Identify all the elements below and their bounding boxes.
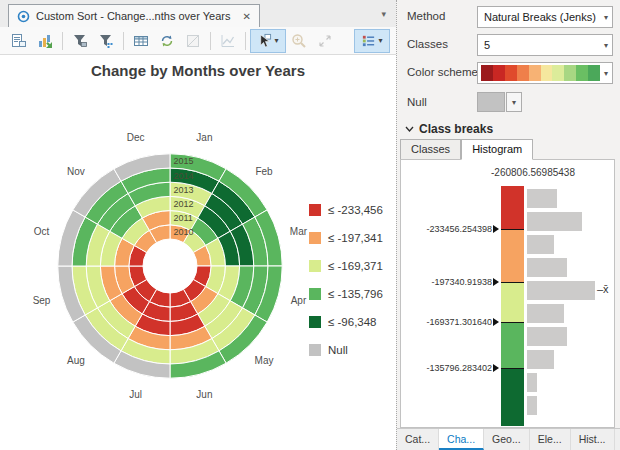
month-label: Apr [291, 295, 307, 306]
tab-classes[interactable]: Classes [400, 139, 461, 160]
histogram-bar [527, 350, 554, 369]
pointer-select-icon [257, 33, 272, 48]
chart-document-tab[interactable]: Custom Sort - Change...nths over Years ✕ [8, 4, 260, 27]
chart-toolbar: ▾ ▾ [0, 27, 396, 55]
year-ring-label: 2015 [174, 156, 194, 166]
break-arrow-icon[interactable] [493, 278, 499, 286]
collapse-chevron-icon [405, 126, 414, 132]
null-caret-icon[interactable]: ▾ [506, 92, 522, 112]
histogram-bar [527, 373, 537, 392]
toolbar-separator [210, 32, 211, 50]
histogram-bar [527, 396, 537, 415]
histogram-bar [527, 189, 557, 208]
class-breaks-tabs: Classes Histogram [400, 139, 533, 160]
year-ring-label: 2013 [174, 185, 194, 195]
class-breaks-header[interactable]: Class breaks [405, 122, 493, 136]
show-table-button[interactable] [128, 29, 154, 53]
break-value[interactable]: -135796.283402 [405, 362, 499, 374]
tab-histogram[interactable]: Histogram [461, 139, 533, 160]
tab-title: Custom Sort - Change...nths over Years [36, 10, 230, 22]
toolbar-separator [62, 32, 63, 50]
legend-swatch [309, 232, 321, 244]
year-ring-label: 2011 [174, 213, 193, 223]
toolbar-separator [123, 32, 124, 50]
month-label: May [255, 355, 274, 366]
legend-swatch [309, 204, 321, 216]
legend-row[interactable]: ≤ -96,348 [309, 308, 383, 336]
break-value[interactable]: -233456.254398 [405, 223, 499, 235]
histogram-bar [527, 281, 595, 300]
legend-label: ≤ -233,456 [328, 204, 383, 216]
color-ramp [481, 65, 600, 81]
legend-row[interactable]: Null [309, 336, 383, 364]
month-label: Dec [127, 132, 145, 143]
filter-by-extent-button[interactable] [93, 29, 119, 53]
table-icon [133, 33, 149, 49]
month-label: Mar [290, 226, 308, 237]
month-label: Aug [67, 355, 85, 366]
classes-select[interactable]: 5 ▾ [477, 34, 613, 56]
filter-selection-icon [72, 33, 88, 49]
year-ring-label: 2012 [174, 199, 194, 209]
bottom-tab-geo[interactable]: Geo... [484, 429, 530, 450]
classes-label: Classes [407, 38, 448, 50]
year-ring-label: 2010 [174, 227, 194, 237]
refresh-icon [159, 33, 175, 49]
legend-row[interactable]: ≤ -233,456 [309, 196, 383, 224]
chart-tab-target-icon [17, 10, 30, 23]
break-arrow-icon[interactable] [493, 364, 499, 372]
break-label: -233456.254398 [426, 224, 492, 234]
legend-row[interactable]: ≤ -135,796 [309, 280, 383, 308]
chart-properties-button[interactable] [6, 29, 32, 53]
tab-close-icon[interactable]: ✕ [242, 11, 250, 22]
export-chart-icon [37, 33, 53, 49]
app-window: Custom Sort - Change...nths over Years ✕… [0, 0, 620, 450]
legend-row[interactable]: ≤ -169,371 [309, 252, 383, 280]
legend-swatch [309, 344, 321, 356]
export-chart-button[interactable] [32, 29, 58, 53]
selection-mode-button[interactable]: ▾ [250, 29, 286, 53]
break-value[interactable]: -169371.301640 [405, 316, 499, 328]
legend-label: ≤ -135,796 [328, 288, 383, 300]
color-scheme-select[interactable]: ▾ [477, 62, 613, 84]
break-arrow-icon[interactable] [493, 225, 499, 233]
month-label: Jun [196, 389, 212, 400]
month-label: Jan [196, 132, 212, 143]
bottom-tab-sym[interactable]: Sym... [615, 429, 620, 450]
bottom-tab-cha[interactable]: Cha... [439, 429, 484, 450]
legend-toggle-button[interactable]: ▾ [354, 29, 390, 53]
null-label: Null [407, 96, 427, 108]
month-label: Jul [129, 389, 142, 400]
full-extent-button [312, 29, 338, 53]
month-label: Oct [34, 226, 50, 237]
legend-swatch [309, 260, 321, 272]
mean-marker: –x̄ [597, 283, 609, 295]
legend-row[interactable]: ≤ -197,341 [309, 224, 383, 252]
method-select[interactable]: Natural Breaks (Jenks) ▾ [477, 6, 613, 28]
bottom-tab-hist[interactable]: Hist... [571, 429, 615, 450]
filter-by-selection-button[interactable] [67, 29, 93, 53]
break-label: -169371.301640 [426, 317, 492, 327]
month-label: Sep [33, 295, 51, 306]
year-ring-label: 2014 [174, 171, 194, 181]
bottom-tab-cat[interactable]: Cat... [397, 429, 439, 450]
histogram-bar [527, 235, 554, 254]
break-value[interactable]: -197340.91938 [405, 276, 499, 288]
bottom-tab-ele[interactable]: Ele... [530, 429, 571, 450]
selection-caret-icon[interactable]: ▾ [274, 36, 278, 45]
properties-icon [11, 33, 27, 49]
classes-value: 5 [478, 39, 600, 51]
legend-label: ≤ -96,348 [328, 316, 377, 328]
null-color-swatch[interactable] [477, 92, 505, 112]
null-row: Null ▾ [397, 92, 620, 114]
clip-chart-button [180, 29, 206, 53]
trend-line-button [215, 29, 241, 53]
zoom-icon [291, 33, 307, 49]
legend-label: Null [328, 344, 348, 356]
method-caret-icon: ▾ [600, 13, 612, 22]
chart-legend: ≤ -233,456≤ -197,341≤ -169,371≤ -135,796… [309, 196, 383, 364]
break-arrow-icon[interactable] [493, 318, 499, 326]
legend-caret-icon[interactable]: ▾ [378, 36, 382, 45]
refresh-chart-button[interactable] [154, 29, 180, 53]
tabstrip-caret-icon[interactable]: ▾ [381, 9, 386, 19]
